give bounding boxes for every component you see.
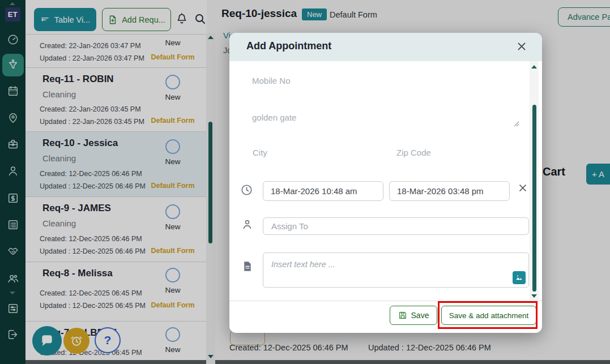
add-appointment-modal: Add Appointment [229,33,542,333]
zip-input[interactable] [396,148,510,157]
city-input[interactable] [253,148,366,157]
modal-scrollbar-thumb[interactable] [532,105,536,292]
app-screen: ET [0,0,610,364]
modal-close-button[interactable] [515,40,528,54]
modal-scroll-up-icon[interactable] [531,65,537,68]
insert-image-button[interactable] [513,271,526,284]
note-document-icon [241,260,253,275]
resize-grip-icon [513,120,519,127]
save-label: Save [411,311,429,320]
note-editor [263,252,529,288]
save-button[interactable]: Save [390,306,437,325]
resize-handle[interactable] [513,119,519,129]
start-datetime-input[interactable] [263,181,383,201]
assign-to-input[interactable] [263,217,529,235]
clock-icon [240,183,253,199]
clear-x-icon [517,182,528,194]
floppy-save-icon [398,311,407,320]
annotation-highlight-box [438,301,538,329]
clear-dates-button[interactable] [515,181,530,196]
close-icon [515,40,528,53]
assignee-person-icon [241,219,253,233]
end-datetime-input[interactable] [389,181,510,201]
modal-scroll-down-icon[interactable] [531,294,537,298]
modal-title: Add Appointment [246,40,331,52]
modal-header: Add Appointment [229,33,542,61]
mobile-input[interactable] [252,76,422,85]
note-text-input[interactable] [267,256,516,284]
image-icon [515,273,523,282]
address-input[interactable] [252,113,479,122]
